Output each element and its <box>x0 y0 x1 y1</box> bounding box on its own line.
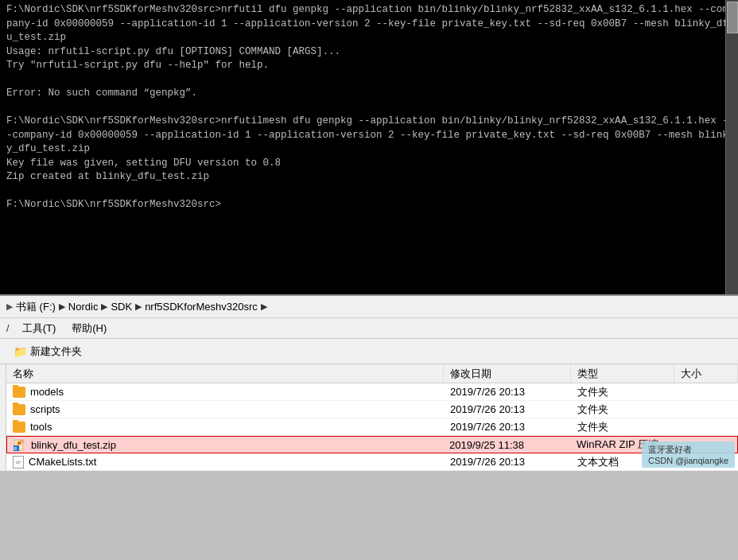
scrollbar-thumb[interactable] <box>727 2 738 33</box>
new-folder-button[interactable]: 📁 新建文件夹 <box>6 341 89 362</box>
file-name-cell-0: models <box>6 385 444 399</box>
file-list: models2019/7/26 20:13文件夹scripts2019/7/26… <box>6 383 738 471</box>
col-header-1[interactable]: 修改日期 <box>444 364 571 383</box>
file-type-cell-0: 文件夹 <box>571 384 674 400</box>
folder-icon: 📁 <box>14 345 27 358</box>
svg-rect-4 <box>17 444 21 445</box>
file-date-cell-3: 2019/9/25 11:38 <box>443 438 570 452</box>
file-row-3[interactable]: ZIP R blinky_dfu_test.zip2019/9/25 11:38… <box>6 436 738 453</box>
svg-text:R: R <box>14 446 17 451</box>
file-name-cell-3: ZIP R blinky_dfu_test.zip <box>7 438 443 452</box>
file-date-cell-4: 2019/7/26 20:13 <box>444 455 571 469</box>
col-header-2[interactable]: 类型 <box>571 364 674 383</box>
folder-icon <box>13 422 25 433</box>
file-size-cell-0 <box>674 391 738 393</box>
menu-item-0[interactable]: 工具(T) <box>19 321 60 336</box>
file-name-cell-1: scripts <box>6 402 444 416</box>
menu-item-1[interactable]: 帮助(H) <box>68 321 110 336</box>
file-size-cell-1 <box>674 409 738 410</box>
svg-rect-2 <box>17 441 21 443</box>
file-list-header: 名称修改日期类型大小 <box>6 364 738 383</box>
breadcrumb-item-3[interactable]: nrf5SDKforMeshv320src <box>145 301 258 313</box>
toolbar: 📁 新建文件夹 <box>0 339 738 364</box>
file-type-cell-3: WinRAR ZIP 压缩 <box>570 437 674 453</box>
folder-icon <box>13 387 25 398</box>
txt-icon <box>13 456 24 469</box>
breadcrumb-item-2[interactable]: SDK <box>111 301 132 313</box>
file-type-cell-4: 文本文档 <box>571 454 674 470</box>
file-name-text-4: CMakeLists.txt <box>29 456 96 468</box>
file-size-cell-2 <box>674 426 738 428</box>
file-explorer: ▶ 书籍 (F:) ▶ Nordic ▶ SDK ▶ nrf5SDKforMes… <box>0 294 738 471</box>
file-date-cell-1: 2019/7/26 20:13 <box>444 402 571 416</box>
file-row-0[interactable]: models2019/7/26 20:13文件夹 <box>6 383 738 401</box>
terminal-content: F:\Nordic\SDK\nrf5SDKforMeshv320src>nrfu… <box>6 3 732 212</box>
file-type-cell-2: 文件夹 <box>571 419 674 435</box>
breadcrumb: ▶ 书籍 (F:) ▶ Nordic ▶ SDK ▶ nrf5SDKforMes… <box>0 294 738 318</box>
col-header-0[interactable]: 名称 <box>6 364 444 383</box>
main-area: 名称修改日期类型大小 models2019/7/26 20:13文件夹scrip… <box>0 364 738 471</box>
svg-rect-3 <box>17 443 21 444</box>
terminal-window[interactable]: F:\Nordic\SDK\nrf5SDKforMeshv320src>nrfu… <box>0 0 738 294</box>
file-name-cell-2: tools <box>6 420 444 434</box>
zip-icon: ZIP R <box>14 438 26 451</box>
file-name-cell-4: CMakeLists.txt <box>6 455 444 469</box>
menu-bar: / 工具(T)帮助(H) <box>0 318 738 339</box>
col-header-3[interactable]: 大小 <box>674 364 738 383</box>
breadcrumb-item-1[interactable]: Nordic <box>68 301 99 313</box>
folder-icon <box>13 404 25 415</box>
file-type-cell-1: 文件夹 <box>571 402 674 418</box>
file-name-text-0: models <box>30 386 64 398</box>
file-date-cell-0: 2019/7/26 20:13 <box>444 385 571 399</box>
breadcrumb-item-0[interactable]: 书籍 (F:) <box>16 300 56 314</box>
file-content: 名称修改日期类型大小 models2019/7/26 20:13文件夹scrip… <box>6 364 738 471</box>
file-name-text-3: blinky_dfu_test.zip <box>31 439 116 451</box>
breadcrumb-expand-icon[interactable]: ▶ <box>6 301 13 312</box>
breadcrumb-separator-0: ▶ <box>59 301 65 312</box>
breadcrumb-separator-1: ▶ <box>101 301 107 312</box>
menu-prefix: / <box>6 322 10 334</box>
new-folder-label: 新建文件夹 <box>30 344 82 359</box>
file-row-2[interactable]: tools2019/7/26 20:13文件夹 <box>6 418 738 436</box>
file-size-cell-4 <box>674 461 738 463</box>
file-date-cell-2: 2019/7/26 20:13 <box>444 420 571 434</box>
left-sidebar <box>0 364 6 471</box>
terminal-scrollbar[interactable] <box>725 0 738 294</box>
breadcrumb-separator-2: ▶ <box>135 301 142 312</box>
file-row-1[interactable]: scripts2019/7/26 20:13文件夹 <box>6 401 738 418</box>
file-size-cell-3 <box>674 444 737 445</box>
file-name-text-1: scripts <box>30 403 60 415</box>
breadcrumb-separator-3: ▶ <box>261 301 267 312</box>
file-name-text-2: tools <box>30 421 52 433</box>
file-row-4[interactable]: CMakeLists.txt2019/7/26 20:13文本文档 <box>6 453 738 471</box>
